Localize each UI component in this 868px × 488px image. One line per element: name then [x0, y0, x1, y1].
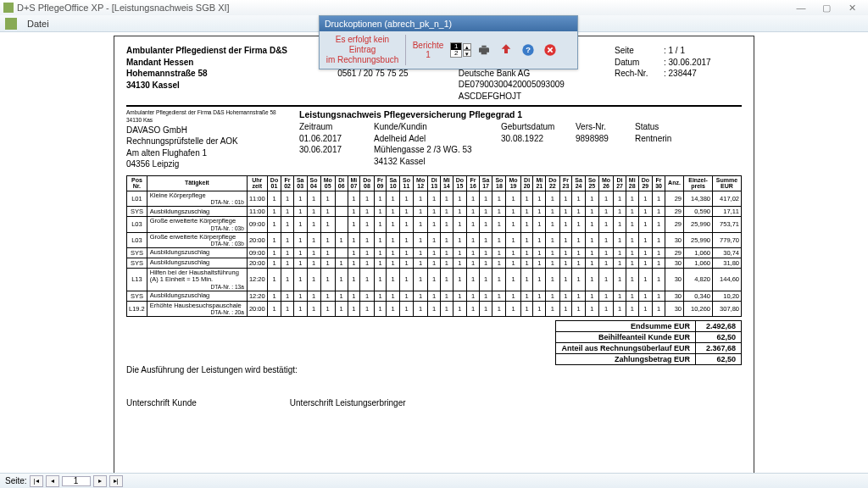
- totals-row: Zahlungsbetrag EUR62,50: [556, 354, 742, 365]
- last-page-button[interactable]: ▸|: [109, 475, 123, 487]
- cell: 1: [653, 217, 665, 232]
- cell: 20:00: [247, 232, 267, 247]
- next-page-button[interactable]: ▸: [93, 475, 107, 487]
- table-row: L03Große erweiterte KörperpflegeDTA-Nr. …: [127, 232, 742, 247]
- cell: 1: [267, 258, 281, 269]
- th: Mo12: [413, 175, 427, 191]
- city: 34130 Kassel: [126, 80, 287, 92]
- cell: 1: [374, 269, 387, 291]
- table-row: L13Hilfen bei der Haushaltsführung (A) 1…: [127, 269, 742, 291]
- cell: 1: [413, 269, 427, 291]
- first-page-button[interactable]: |◂: [30, 475, 43, 487]
- cell: 1: [441, 269, 453, 291]
- cell: 1: [307, 301, 320, 316]
- cell: 1: [348, 258, 360, 269]
- cell: 1: [653, 191, 665, 206]
- th: So25: [585, 175, 598, 191]
- cell: 1: [413, 207, 427, 217]
- cell: 1: [428, 191, 441, 206]
- cell: 1: [281, 191, 294, 206]
- cell: 1: [348, 301, 360, 316]
- cell: 30: [665, 291, 684, 301]
- help-button[interactable]: ?: [519, 41, 537, 59]
- cell: 1: [585, 291, 598, 301]
- cell: 1: [360, 207, 374, 217]
- cell: 1: [320, 291, 335, 301]
- cell: L13: [127, 269, 147, 291]
- cell: 1: [638, 248, 652, 258]
- cell: 1: [467, 291, 480, 301]
- close-print-button[interactable]: [541, 41, 559, 59]
- prev-page-button[interactable]: ◂: [46, 475, 59, 487]
- cell: 1: [572, 258, 586, 269]
- cell: 1: [572, 291, 586, 301]
- cell: 30: [665, 232, 684, 247]
- cell: 1: [492, 269, 506, 291]
- cell: 1: [399, 258, 413, 269]
- cell: Ausbildungszuschlag: [147, 207, 247, 217]
- close-button[interactable]: ✕: [839, 1, 865, 14]
- insno-value: 9898989: [576, 133, 626, 145]
- cell: 1: [653, 291, 665, 301]
- cell: 1: [638, 232, 652, 247]
- cell: 1: [267, 269, 281, 291]
- cell: 1: [360, 301, 374, 316]
- cell: 1: [267, 217, 281, 232]
- maximize-button[interactable]: ▢: [814, 1, 839, 14]
- cell: 1: [348, 248, 360, 258]
- th: So04: [307, 175, 320, 191]
- cell: 1: [479, 301, 492, 316]
- page-range-spinner[interactable]: ▴▾: [463, 43, 471, 57]
- cell: 1: [281, 258, 294, 269]
- cell: 1: [453, 301, 466, 316]
- page-input[interactable]: [62, 476, 91, 486]
- cell: 1: [453, 258, 466, 269]
- cell: 1: [492, 248, 506, 258]
- cell: 1: [520, 269, 533, 291]
- reports-label-2: 1: [409, 50, 447, 59]
- print-options-title: Druckoptionen (abrech_pk_n_1): [320, 16, 577, 31]
- cell: 1: [335, 301, 348, 316]
- cell: 1: [585, 232, 598, 247]
- period-to: 30.06.2017: [299, 144, 365, 156]
- cell: 1: [479, 191, 492, 206]
- th: Fr02: [281, 175, 294, 191]
- cell: 1: [387, 301, 400, 316]
- cell: [335, 248, 348, 258]
- cell: 1: [585, 217, 598, 232]
- totals-table: Endsumme EUR2.492,68Beihilfeanteil Kunde…: [555, 320, 742, 365]
- cell: 1: [335, 232, 348, 247]
- cell: 1: [307, 258, 320, 269]
- cell: Kleine KörperpflegeDTA-Nr. : 01b: [147, 191, 247, 206]
- cell: 1: [626, 217, 638, 232]
- cell: 1: [520, 207, 533, 217]
- cell: 1: [267, 207, 281, 217]
- print-button[interactable]: [475, 41, 493, 59]
- cell: 1: [360, 291, 374, 301]
- th: Uhr zeit: [247, 175, 267, 191]
- cell: SYS: [127, 248, 147, 258]
- minimize-button[interactable]: —: [788, 1, 814, 14]
- cell: 1: [506, 207, 520, 217]
- document-viewport[interactable]: Ambulanter Pflegedienst der Firma D&S Ma…: [0, 32, 868, 473]
- cell: 1: [281, 232, 294, 247]
- cell: 1: [320, 232, 335, 247]
- bic: ASCDEFGHOJT: [459, 91, 565, 103]
- reports-label-1: Berichte: [409, 41, 447, 50]
- export-button[interactable]: [497, 41, 515, 59]
- th: Mo26: [598, 175, 613, 191]
- cell: 1: [559, 258, 572, 269]
- cell: 1: [453, 191, 466, 206]
- cell: 1: [626, 301, 638, 316]
- cell: L03: [127, 217, 147, 232]
- cell: 1: [293, 217, 307, 232]
- cell: L19.2: [127, 301, 147, 316]
- cell: 1: [399, 301, 413, 316]
- menu-file[interactable]: Datei: [20, 17, 56, 30]
- table-row: L19.2Erhöhte HausbesuchspauschaleDTA-Nr.…: [127, 301, 742, 316]
- table-row: L03Große erweiterte KörperpflegeDTA-Nr. …: [127, 217, 742, 232]
- cell: 09:00: [247, 217, 267, 232]
- cell: 1: [348, 217, 360, 232]
- cell: 1: [293, 248, 307, 258]
- cell: 1: [559, 301, 572, 316]
